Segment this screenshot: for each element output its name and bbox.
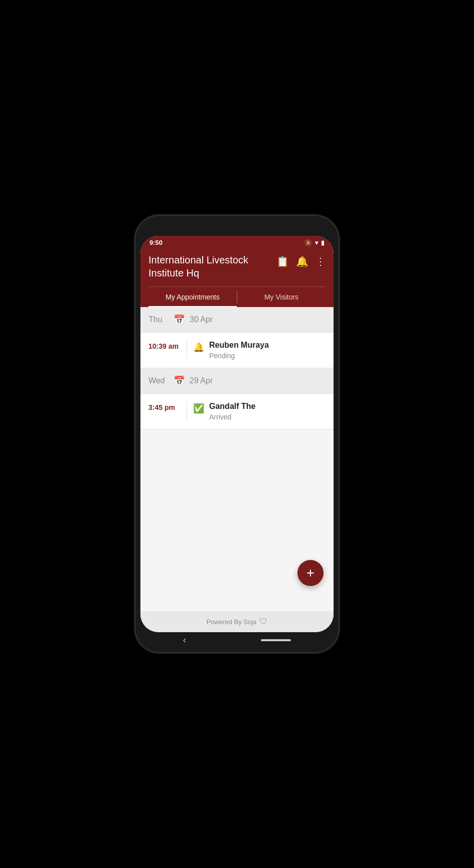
appointment-item-reuben[interactable]: 10:39 am 🔔 Reuben Muraya Pending [140, 333, 334, 368]
calendar-icon-wed: 📅 [174, 375, 185, 386]
date-header-thu: Thu 📅 30 Apr [140, 307, 334, 333]
app-title: International Livestock Institute Hq [148, 253, 276, 279]
footer-text: Powered By Soja [207, 618, 257, 626]
back-button[interactable]: ‹ [183, 635, 186, 645]
pending-bell-icon: 🔔 [193, 341, 204, 360]
wifi-icon: ▾ [315, 239, 318, 246]
status-icons: 🔕 ▾ ▮ [304, 239, 325, 246]
calendar-icon-thu: 📅 [174, 314, 185, 325]
appt-details-reuben: Reuben Muraya Pending [209, 341, 326, 360]
tab-appointments[interactable]: My Appointments [148, 287, 237, 307]
status-time: 9:50 [149, 239, 163, 246]
bottom-nav: ‹ [135, 632, 339, 648]
appt-time-reuben: 10:39 am [148, 341, 181, 360]
appt-status-reuben: Pending [209, 352, 326, 360]
phone-notch [207, 216, 267, 221]
header-actions: 📋 🔔 ⋮ [276, 253, 326, 267]
app-header: International Livestock Institute Hq 📋 🔔… [140, 248, 334, 307]
clipboard-icon[interactable]: 📋 [276, 255, 289, 267]
date-day-thu: Thu [148, 315, 169, 324]
more-options-icon[interactable]: ⋮ [315, 255, 326, 267]
appt-status-gandalf: Arrived [209, 413, 326, 421]
appt-time-gandalf: 3:45 pm [148, 402, 181, 421]
footer: Powered By Soja 🛡 [140, 611, 334, 632]
appointment-item-gandalf[interactable]: 3:45 pm ✅ Gandalf The Arrived [140, 394, 334, 429]
content-area[interactable]: Thu 📅 30 Apr 10:39 am 🔔 Reuben Muraya Pe… [140, 307, 334, 611]
date-full-thu: 30 Apr [190, 315, 213, 324]
add-appointment-button[interactable]: + [297, 560, 324, 586]
header-top: International Livestock Institute Hq 📋 🔔… [148, 253, 326, 279]
appt-details-gandalf: Gandalf The Arrived [209, 402, 326, 421]
appt-name-gandalf: Gandalf The [209, 402, 326, 411]
soja-shield-icon: 🛡 [259, 617, 267, 626]
tab-visitors[interactable]: My Visitors [237, 287, 326, 307]
home-pill[interactable] [261, 639, 291, 641]
battery-icon: ▮ [321, 239, 325, 246]
status-bar: 9:50 🔕 ▾ ▮ [140, 236, 334, 248]
arrived-check-icon: ✅ [193, 402, 204, 421]
phone-frame: 9:50 🔕 ▾ ▮ International Livestock Insti… [135, 216, 339, 652]
appt-separator-reuben [187, 341, 187, 360]
date-header-wed: Wed 📅 29 Apr [140, 368, 334, 394]
appt-separator-gandalf [187, 402, 187, 421]
appt-name-reuben: Reuben Muraya [209, 341, 326, 350]
date-day-wed: Wed [148, 376, 169, 385]
notification-bell-icon[interactable]: 🔔 [296, 255, 308, 267]
mute-icon: 🔕 [304, 239, 312, 246]
date-full-wed: 29 Apr [190, 376, 213, 385]
screen: 9:50 🔕 ▾ ▮ International Livestock Insti… [140, 236, 334, 632]
tabs: My Appointments My Visitors [148, 286, 326, 307]
